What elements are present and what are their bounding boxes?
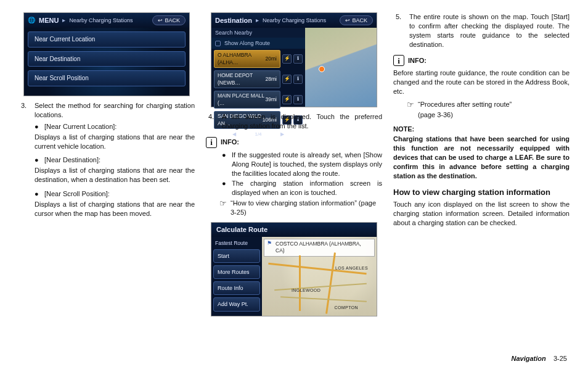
- page-next-icon[interactable]: ▶: [280, 131, 284, 138]
- bullet-near-scroll-body: Displays a list of charging stations tha…: [35, 200, 195, 218]
- page-prev-icon[interactable]: ◀: [232, 131, 236, 138]
- show-along-label: Show Along Route: [224, 39, 270, 47]
- list-item: O ALHAMBRA (ALHA… 20mi ⚡ ℹ: [211, 49, 305, 69]
- plug-icon[interactable]: ⚡: [282, 75, 292, 84]
- menu-row-near-scroll[interactable]: Near Scroll Position: [28, 70, 186, 86]
- checkbox-icon: [215, 41, 221, 46]
- list-item: HOME DEPOT (NEWB… 28mi ⚡ ℹ: [211, 69, 305, 89]
- station-name: HOME DEPOT (NEWB…: [218, 72, 266, 86]
- reference-text: “How to view charging station informatio…: [231, 199, 382, 217]
- page-indicator: 1/4: [255, 131, 261, 138]
- dest-subtitle: Nearby Charging Stations: [263, 17, 326, 24]
- bullet-near-current-label: ●[Near Current Location]:: [35, 122, 195, 131]
- menu-row-near-destination[interactable]: Near Destination: [28, 51, 186, 67]
- info-icon[interactable]: ℹ: [293, 75, 303, 84]
- step-5: 5. The entire route is shown on the map.…: [396, 12, 570, 49]
- info-icon[interactable]: ℹ: [293, 95, 303, 104]
- back-arrow-icon: ↩: [158, 17, 163, 24]
- plug-icon[interactable]: ⚡: [282, 54, 292, 64]
- section-body: Touch any icon displayed on the list scr…: [393, 200, 570, 228]
- note-label: NOTE:: [393, 125, 570, 134]
- city-label-inglewood: INGLEWOOD: [292, 287, 321, 293]
- breadcrumb-sep: ▸: [256, 16, 259, 25]
- bullet-near-destination-label: ●[Near Destination]:: [35, 155, 195, 165]
- page-footer: Navigation 3-25: [512, 354, 568, 363]
- show-along-route-toggle[interactable]: Show Along Route: [211, 38, 305, 49]
- charging-station-row[interactable]: O ALHAMBRA (ALHA… 20mi: [214, 50, 280, 68]
- screenshot-menu: 🌐 MENU ▸ Nearby Charging Stations ↩ BACK…: [23, 12, 190, 96]
- menu-titlebar: 🌐 MENU ▸ Nearby Charging Stations ↩ BACK: [24, 13, 189, 28]
- charging-station-row[interactable]: MAIN PLACE MALL (… 39mi: [214, 91, 280, 109]
- step-number: 3.: [21, 101, 30, 120]
- station-name: MAIN PLACE MALL (…: [218, 93, 266, 107]
- step-number: 5.: [396, 12, 404, 49]
- reference-text: “Procedures after setting route”: [418, 100, 512, 109]
- bullet-near-scroll-label: ●[Near Scroll Position]:: [35, 189, 195, 199]
- step-4: 4. A list screen is displayed. Touch the…: [208, 112, 382, 131]
- info-bullet-1: ●If the suggested route is already set, …: [222, 151, 382, 178]
- cross-reference: ☞ “Procedures after setting route”: [407, 100, 570, 109]
- list-item: MAIN PLACE MALL (… 39mi ⚡ ℹ: [211, 89, 305, 110]
- menu-title: MENU: [39, 16, 59, 25]
- reference-page: (page 3-36): [418, 110, 570, 120]
- breadcrumb-sep: ▸: [62, 16, 65, 25]
- info-box-icon: i: [206, 137, 217, 148]
- info-icon[interactable]: ℹ: [293, 54, 303, 64]
- bullet-near-destination-body: Displays a list of charging stations tha…: [35, 166, 195, 184]
- note-body: Charging stations that have been searche…: [393, 134, 570, 180]
- dest-titlebar: Destination ▸ Nearby Charging Stations ↩…: [211, 13, 377, 28]
- station-distance: 39mi: [266, 96, 277, 103]
- step-text: A list screen is displayed. Touch the pr…: [222, 112, 382, 131]
- reference-icon: ☞: [219, 199, 227, 218]
- screenshot-calculate-route: Calculate Route Fastest Route Start More…: [211, 222, 377, 316]
- step-text: The entire route is shown on the map. To…: [409, 12, 570, 49]
- info-body: Before starting route guidance, the rout…: [393, 68, 570, 96]
- info-heading: i INFO:: [393, 55, 570, 66]
- fastest-route-label: Fastest Route: [213, 239, 260, 249]
- back-button[interactable]: ↩ BACK: [152, 15, 186, 25]
- charging-station-row[interactable]: HOME DEPOT (NEWB… 28mi: [214, 70, 280, 88]
- bullet-near-current-body: Displays a list of charging stations tha…: [35, 133, 195, 151]
- station-name: O ALHAMBRA (ALHA…: [218, 52, 266, 66]
- screenshot-destination: Destination ▸ Nearby Charging Stations ↩…: [211, 12, 377, 107]
- city-label-la: LOS ANGELES: [335, 265, 368, 271]
- info-label: INFO:: [221, 138, 239, 147]
- route-info-button[interactable]: Route Info: [213, 281, 260, 295]
- back-arrow-icon: ↩: [345, 17, 350, 24]
- more-routes-button[interactable]: More Routes: [213, 265, 260, 279]
- back-button[interactable]: ↩ BACK: [340, 15, 373, 25]
- menu-row-near-current[interactable]: Near Current Location: [28, 31, 186, 48]
- route-title: Calculate Route: [211, 223, 377, 237]
- plug-icon[interactable]: ⚡: [282, 95, 292, 104]
- search-nearby-label: Search Nearby: [211, 28, 305, 38]
- info-box-icon: i: [393, 55, 404, 66]
- footer-page: 3-25: [553, 355, 567, 362]
- info-bullet-2: ●The charging station information screen…: [222, 179, 382, 197]
- add-waypoint-button[interactable]: Add Way Pt.: [213, 297, 260, 311]
- station-distance: 28mi: [266, 76, 277, 83]
- info-label: INFO:: [408, 56, 427, 65]
- globe-icon: 🌐: [28, 16, 35, 25]
- cross-reference: ☞ “How to view charging station informat…: [219, 199, 382, 217]
- back-label: BACK: [352, 17, 367, 24]
- step-3: 3. Select the method for searching for c…: [21, 101, 195, 120]
- step-text: Select the method for searching for char…: [35, 101, 195, 120]
- section-heading: How to view charging station information: [393, 187, 570, 198]
- station-distance: 20mi: [266, 56, 277, 62]
- start-button[interactable]: Start: [213, 249, 260, 263]
- route-map: COSTCO ALHAMBRA (ALHAMBRA, CA) LOS ANGEL…: [262, 237, 377, 316]
- dest-title: Destination: [215, 16, 252, 25]
- footer-section: Navigation: [512, 355, 546, 362]
- step-number: 4.: [208, 112, 217, 131]
- menu-subtitle: Nearby Charging Stations: [69, 17, 133, 24]
- back-label: BACK: [165, 17, 180, 24]
- city-label-compton: COMPTON: [335, 305, 358, 310]
- map-preview: [305, 28, 377, 107]
- reference-icon: ☞: [407, 101, 414, 110]
